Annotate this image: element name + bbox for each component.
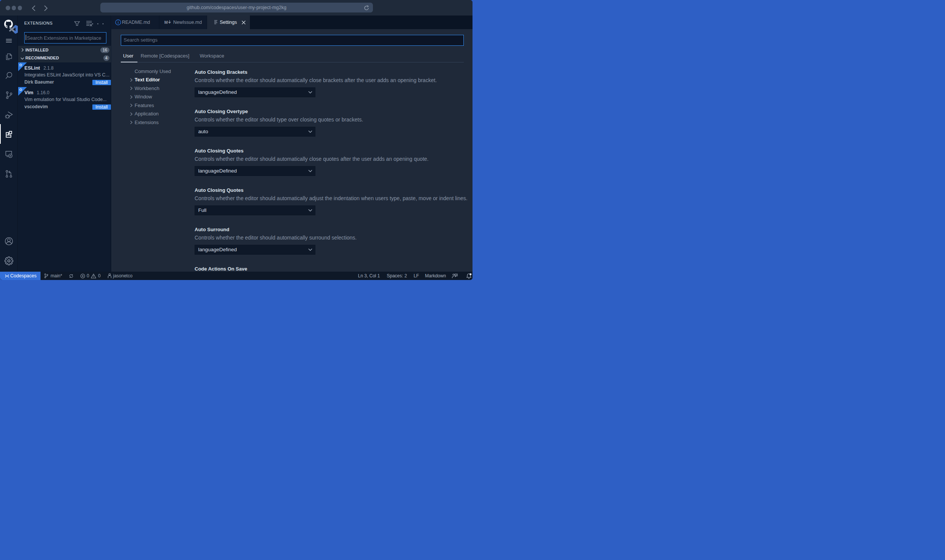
svg-text:M: M: [164, 20, 168, 25]
